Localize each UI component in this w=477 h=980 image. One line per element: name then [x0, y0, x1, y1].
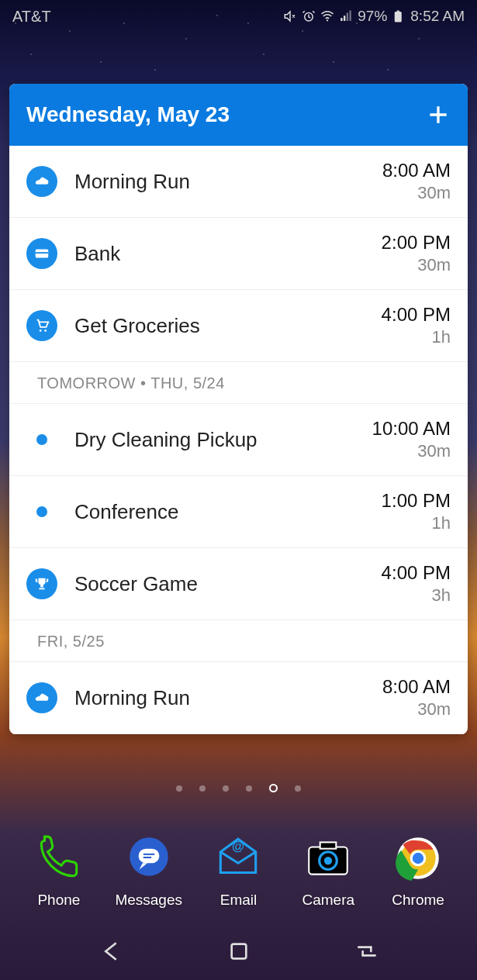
dock-label: Email: [220, 892, 258, 909]
section-header: TOMORROW • THU, 5/24: [9, 362, 468, 404]
page-dot[interactable]: [269, 784, 278, 792]
event-time: 8:00 AM: [382, 676, 451, 698]
svg-rect-14: [320, 842, 337, 848]
event-row[interactable]: Dry Cleaning Pickup10:00 AM30m: [9, 404, 468, 476]
event-row[interactable]: Morning Run8:00 AM30m: [9, 662, 468, 734]
event-title: Get Groceries: [74, 314, 382, 338]
svg-point-7: [44, 330, 47, 332]
battery-icon: [392, 9, 406, 23]
svg-rect-3: [397, 11, 399, 12]
event-row[interactable]: Morning Run8:00 AM30m: [9, 146, 468, 218]
dock-item-phone[interactable]: Phone: [20, 833, 98, 909]
navigation-bar: [0, 923, 477, 980]
event-time: 4:00 PM: [382, 562, 451, 584]
messages-icon: [123, 833, 175, 884]
event-time-wrap: 1:00 PM1h: [382, 490, 451, 533]
dock-item-email[interactable]: @Email: [199, 833, 277, 909]
event-title: Conference: [74, 500, 382, 524]
widget-header[interactable]: Wednesday, May 23: [9, 84, 468, 146]
svg-rect-9: [138, 849, 159, 864]
page-indicator[interactable]: [0, 785, 477, 792]
trophy-icon: [26, 568, 57, 599]
event-duration: 1h: [382, 327, 451, 347]
event-time-wrap: 8:00 AM30m: [382, 160, 451, 203]
mute-icon: [283, 9, 297, 23]
event-dot-icon: [36, 506, 47, 517]
page-dot[interactable]: [199, 785, 206, 792]
dock-item-camera[interactable]: Camera: [289, 833, 367, 909]
event-title: Bank: [74, 242, 382, 266]
svg-rect-2: [395, 12, 402, 22]
event-duration: 30m: [382, 183, 451, 203]
svg-point-1: [327, 19, 328, 21]
event-row[interactable]: Soccer Game4:00 PM3h: [9, 548, 468, 620]
dock: PhoneMessages@EmailCameraChrome: [0, 833, 477, 909]
event-time: 4:00 PM: [382, 304, 451, 326]
event-time: 10:00 AM: [372, 418, 451, 440]
calendar-widget[interactable]: Wednesday, May 23 Morning Run8:00 AM30mB…: [9, 84, 468, 734]
add-event-icon[interactable]: [426, 102, 451, 127]
battery-label: 97%: [358, 8, 387, 25]
svg-point-6: [40, 330, 42, 332]
page-dot[interactable]: [223, 785, 229, 792]
camera-icon: [302, 833, 354, 884]
event-title: Soccer Game: [74, 572, 382, 596]
svg-text:@: @: [232, 839, 244, 853]
back-button[interactable]: [99, 939, 123, 964]
event-row[interactable]: Get Groceries4:00 PM1h: [9, 290, 468, 362]
signal-icon: [339, 9, 353, 23]
carrier-label: AT&T: [12, 8, 51, 26]
dock-item-chrome[interactable]: Chrome: [379, 833, 457, 909]
event-dot-icon: [36, 434, 47, 445]
clock-label: 8:52 AM: [410, 8, 465, 25]
recents-button[interactable]: [354, 939, 379, 964]
phone-icon: [33, 833, 85, 884]
dock-label: Chrome: [392, 892, 444, 909]
shoe-icon: [26, 682, 57, 713]
event-row[interactable]: Bank2:00 PM30m: [9, 218, 468, 290]
event-title: Morning Run: [74, 686, 382, 710]
event-time: 8:00 AM: [382, 160, 451, 181]
section-header: FRI, 5/25: [9, 620, 468, 662]
event-title: Dry Cleaning Pickup: [74, 428, 372, 452]
svg-point-20: [413, 853, 423, 864]
cart-icon: [26, 310, 57, 341]
event-time-wrap: 4:00 PM1h: [382, 304, 451, 347]
event-duration: 30m: [382, 699, 451, 719]
widget-date: Wednesday, May 23: [26, 102, 230, 127]
svg-rect-21: [231, 944, 246, 959]
status-bar: AT&T 97% 8:52 AM: [0, 0, 477, 33]
event-time-wrap: 2:00 PM30m: [382, 232, 451, 275]
svg-rect-10: [143, 854, 154, 855]
event-time-wrap: 10:00 AM30m: [372, 418, 451, 461]
event-duration: 30m: [372, 441, 451, 461]
email-icon: @: [213, 833, 264, 884]
event-time: 2:00 PM: [382, 232, 451, 254]
home-button[interactable]: [226, 939, 251, 964]
dock-label: Camera: [302, 892, 354, 909]
event-title: Morning Run: [74, 170, 382, 194]
event-duration: 1h: [382, 513, 451, 533]
svg-rect-11: [143, 857, 150, 858]
event-time-wrap: 8:00 AM30m: [382, 676, 451, 719]
page-dot[interactable]: [176, 785, 182, 792]
event-row[interactable]: Conference1:00 PM1h: [9, 476, 468, 548]
status-right: 97% 8:52 AM: [283, 8, 465, 25]
svg-point-16: [324, 857, 332, 864]
chrome-icon: [392, 833, 444, 884]
event-time: 1:00 PM: [382, 490, 451, 512]
page-dot[interactable]: [246, 785, 252, 792]
shoe-icon: [26, 166, 57, 197]
page-dot[interactable]: [295, 785, 301, 792]
wifi-icon: [320, 9, 334, 23]
card-icon: [26, 238, 57, 269]
alarm-icon: [302, 9, 316, 23]
event-time-wrap: 4:00 PM3h: [382, 562, 451, 606]
svg-rect-5: [36, 252, 49, 254]
dock-item-messages[interactable]: Messages: [110, 833, 188, 909]
dock-label: Messages: [115, 892, 182, 909]
event-duration: 30m: [382, 255, 451, 275]
event-duration: 3h: [382, 585, 451, 606]
dock-label: Phone: [37, 892, 80, 909]
